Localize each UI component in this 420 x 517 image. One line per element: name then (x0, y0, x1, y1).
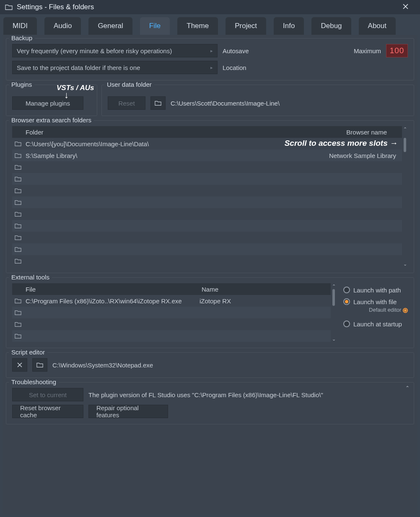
folder-icon (155, 100, 161, 106)
table-row[interactable] (12, 208, 402, 220)
tab-project[interactable]: Project (226, 17, 266, 35)
section-browser-folders: Browser extra search folders Folder Brow… (6, 120, 414, 273)
radio-icon (343, 287, 350, 293)
folder-icon (15, 298, 21, 304)
autosave-dropdown[interactable]: Very frequently (every minute & before r… (12, 44, 218, 57)
tab-debug[interactable]: Debug (311, 17, 351, 35)
folder-icon (15, 176, 21, 182)
table-row[interactable] (12, 173, 402, 185)
external-scrollbar[interactable]: ⌃ ⌄ (331, 283, 337, 342)
browser-scrollbar[interactable]: ⌃ ⌄ (402, 126, 408, 267)
window-title: Settings - Files & folders (17, 3, 400, 11)
browse-userdata-button[interactable] (150, 96, 166, 110)
section-title-backup: Backup (9, 35, 35, 41)
scroll-up-icon[interactable]: ⌃ (331, 283, 337, 289)
table-row[interactable] (12, 318, 331, 330)
chevron-right-icon: ▸ (210, 65, 213, 70)
folder-icon (36, 362, 43, 368)
external-table-header: File Name (12, 283, 331, 295)
annotation-vsts: VSTs / AUs (57, 84, 94, 92)
folder-icon (15, 153, 21, 158)
radio-icon (343, 298, 350, 305)
folder-icon (15, 164, 21, 170)
chevron-up-icon[interactable]: ⌃ (405, 385, 410, 391)
clear-script-button[interactable] (12, 358, 27, 372)
tab-general[interactable]: General (88, 17, 132, 35)
script-path: C:\Windows\System32\Notepad.exe (52, 362, 153, 369)
tab-bar: MIDI Audio General File Theme Project In… (0, 16, 420, 35)
folder-icon (15, 199, 21, 205)
table-row[interactable] (12, 196, 402, 208)
tab-file[interactable]: File (140, 17, 170, 35)
table-row[interactable] (12, 220, 402, 232)
scroll-thumb[interactable] (404, 138, 406, 152)
folder-icon (15, 141, 21, 147)
table-row[interactable] (12, 232, 402, 243)
tab-theme[interactable]: Theme (177, 17, 218, 35)
maximum-value[interactable]: 100 (386, 44, 408, 57)
section-title-browser: Browser extra search folders (9, 116, 94, 124)
reset-browser-cache-button[interactable]: Reset browser cache (12, 405, 83, 418)
section-troubleshooting: Troubleshooting ⌃ Set to current The plu… (6, 382, 414, 424)
scroll-up-icon[interactable]: ⌃ (402, 126, 408, 132)
launch-with-path-option[interactable]: Launch with path (343, 284, 408, 296)
browser-table-header: Folder Browser name (12, 126, 402, 138)
location-dropdown[interactable]: Save to the project data folder if there… (12, 61, 218, 74)
section-script-editor: Script editor C:\Windows\System32\Notepa… (6, 352, 414, 378)
repair-features-button[interactable]: Repair optional features (88, 405, 168, 418)
maximum-label: Maximum (354, 47, 381, 54)
autosave-label: Autosave (223, 47, 249, 54)
table-row[interactable]: S:\Sample Library\Network Sample Library (12, 150, 402, 161)
location-label: Location (223, 64, 246, 71)
table-row[interactable]: C:\Program Files (x86)\iZoto..\RX\win64\… (12, 295, 331, 307)
scroll-down-icon[interactable]: ⌄ (331, 336, 337, 342)
content-area: Backup Very frequently (every minute & b… (3, 35, 417, 514)
chevron-right-icon: ▸ (210, 48, 213, 54)
section-title-script: Script editor (9, 349, 47, 356)
table-row[interactable] (12, 185, 402, 196)
folder-icon (15, 333, 21, 339)
annotation-scroll: Scroll to access more slots → (285, 139, 398, 148)
reset-userdata-button[interactable]: Reset (108, 96, 145, 110)
table-row[interactable] (12, 330, 331, 342)
folder-icon (15, 321, 21, 327)
folder-icon (15, 223, 21, 229)
section-title-trouble: Troubleshooting (9, 378, 59, 385)
folder-icon (15, 258, 21, 264)
close-icon (17, 362, 22, 367)
folder-icon (5, 4, 13, 10)
launch-at-startup-option[interactable]: Launch at startup (343, 318, 408, 330)
default-editor-indicator[interactable] (403, 308, 408, 313)
section-backup: Backup Very frequently (every minute & b… (6, 38, 414, 80)
tab-midi[interactable]: MIDI (3, 17, 37, 35)
scroll-thumb[interactable] (332, 289, 335, 306)
titlebar: Settings - Files & folders (0, 0, 420, 14)
set-to-current-button[interactable]: Set to current (12, 388, 83, 401)
tab-about[interactable]: About (359, 17, 396, 35)
folder-icon (15, 235, 21, 240)
tab-audio[interactable]: Audio (44, 17, 81, 35)
close-icon[interactable] (400, 1, 415, 13)
table-row[interactable] (12, 255, 402, 267)
section-title-external: External tools (9, 274, 52, 281)
section-plugins: Plugins VSTs / AUs ↓ Manage plugins (6, 85, 97, 116)
arrow-down-icon: ↓ (64, 93, 69, 98)
trouble-desc: The plugin version of FL Studio uses "C:… (88, 391, 323, 398)
table-row[interactable] (12, 307, 331, 318)
section-userdata: User data folder Reset C:\Users\Scott\Do… (101, 85, 414, 116)
manage-plugins-button[interactable]: Manage plugins (12, 96, 83, 110)
userdata-path: C:\Users\Scott\Documents\Image-Line\ (171, 100, 280, 107)
table-row[interactable] (12, 161, 402, 173)
scroll-down-icon[interactable]: ⌄ (402, 261, 408, 267)
section-title-userdata: User data folder (104, 81, 154, 88)
browse-script-button[interactable] (32, 358, 47, 372)
section-title-plugins: Plugins (9, 81, 34, 88)
table-row[interactable] (12, 243, 402, 255)
radio-icon (343, 321, 350, 327)
folder-icon (15, 246, 21, 252)
tab-info[interactable]: Info (274, 17, 304, 35)
folder-icon (15, 188, 21, 194)
section-external-tools: External tools File Name C:\Program File… (6, 277, 414, 348)
launch-with-file-option[interactable]: Launch with file (343, 296, 408, 308)
folder-icon (15, 310, 21, 315)
